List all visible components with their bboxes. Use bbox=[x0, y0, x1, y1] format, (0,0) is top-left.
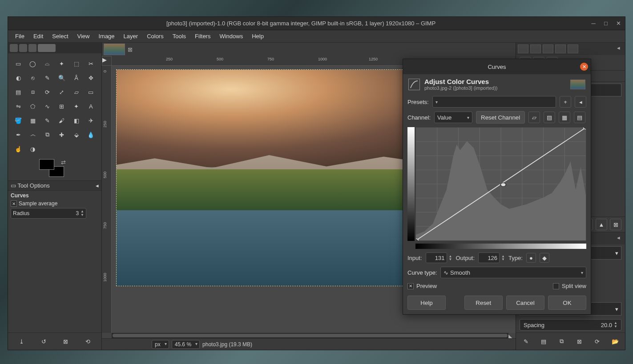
horizontal-scrollbar[interactable] bbox=[112, 333, 508, 338]
measure-tool[interactable]: Å bbox=[71, 72, 82, 84]
duplicate-brush-icon[interactable]: ⧉ bbox=[556, 336, 567, 347]
align-tool[interactable]: ▤ bbox=[12, 86, 24, 98]
paths-tab-icon[interactable] bbox=[543, 44, 553, 53]
handle-transform-tool[interactable]: ✦ bbox=[71, 100, 82, 112]
scale-tool[interactable]: ⤢ bbox=[56, 86, 68, 98]
delete-brush-icon[interactable]: ⊠ bbox=[574, 336, 585, 347]
input-down[interactable]: ▼ bbox=[449, 258, 452, 261]
shear-tool[interactable]: ▱ bbox=[71, 86, 82, 98]
document-tab-close-icon[interactable]: ⊠ bbox=[127, 46, 133, 52]
ruler-origin[interactable]: ▶ bbox=[102, 56, 112, 66]
clone-tool[interactable]: ⧉ bbox=[41, 129, 53, 140]
color-swatch[interactable]: ⇄ bbox=[39, 159, 66, 179]
document-tab[interactable] bbox=[104, 44, 125, 55]
curve-type-select[interactable]: ∿ Smooth bbox=[440, 267, 586, 278]
menu-filters[interactable]: Filters bbox=[190, 31, 215, 41]
ok-button[interactable]: OK bbox=[548, 296, 586, 310]
foreground-color[interactable] bbox=[39, 159, 54, 170]
menu-select[interactable]: Select bbox=[48, 31, 73, 41]
heal-tool[interactable]: ✚ bbox=[56, 129, 68, 140]
free-select-tool[interactable]: ⌓ bbox=[41, 58, 53, 69]
perspective-clone-tool[interactable]: ⬙ bbox=[71, 129, 82, 140]
layers-tab-icon[interactable] bbox=[518, 44, 528, 53]
refresh-brush-icon[interactable]: ⟳ bbox=[592, 336, 603, 347]
scissors-tool[interactable]: ✂ bbox=[85, 58, 97, 69]
split-view-checkbox[interactable] bbox=[553, 283, 559, 289]
menu-tools[interactable]: Tools bbox=[168, 31, 190, 41]
add-preset-icon[interactable]: + bbox=[560, 96, 571, 108]
airbrush-tool[interactable]: ✈ bbox=[85, 115, 97, 126]
preview-checkbox[interactable]: ✕ bbox=[407, 283, 414, 289]
point-type-corner[interactable]: ◆ bbox=[540, 253, 549, 263]
histogram-icon[interactable]: ▦ bbox=[559, 112, 570, 123]
reset-button[interactable]: Reset bbox=[464, 296, 503, 310]
move-tool[interactable]: ✥ bbox=[85, 72, 97, 84]
histogram2-icon[interactable]: ▤ bbox=[574, 112, 585, 123]
output-value[interactable]: 126 bbox=[478, 252, 500, 263]
minimize-button[interactable]: ─ bbox=[590, 20, 597, 27]
menu-image[interactable]: Image bbox=[94, 31, 119, 41]
cage-tool[interactable]: ⬠ bbox=[27, 100, 39, 112]
presets-select[interactable] bbox=[432, 96, 556, 108]
curves-dialog-titlebar[interactable]: Curves ✕ bbox=[403, 59, 591, 74]
brush-tab-icon[interactable] bbox=[568, 44, 578, 53]
fuzzy-select-tool[interactable]: ✦ bbox=[56, 58, 68, 69]
foreground-select-tool[interactable]: ◐ bbox=[12, 72, 24, 84]
tool-options-menu-icon[interactable]: ◂ bbox=[96, 182, 99, 189]
mypaint-tool[interactable]: ෴ bbox=[27, 129, 39, 140]
delete-tool-options-icon[interactable]: ⊠ bbox=[60, 336, 72, 347]
color-picker-tool[interactable]: ✎ bbox=[41, 72, 53, 84]
flip-tool[interactable]: ⇋ bbox=[12, 100, 24, 112]
preset-menu-icon[interactable]: ◂ bbox=[575, 96, 586, 108]
eraser-tool[interactable]: ◧ bbox=[71, 115, 82, 126]
reset-channel-button[interactable]: Reset Channel bbox=[476, 111, 525, 124]
radius-spinner[interactable]: Radius 3 ▲▼ bbox=[11, 208, 86, 219]
channels-tab-icon[interactable] bbox=[530, 44, 541, 53]
output-down[interactable]: ▼ bbox=[501, 258, 505, 261]
menu-help[interactable]: Help bbox=[247, 31, 268, 41]
text-tool[interactable]: A bbox=[85, 100, 97, 112]
linear-histogram-icon[interactable]: ▱ bbox=[528, 112, 540, 123]
vertical-ruler[interactable]: 0 250 500 750 1000 bbox=[102, 66, 112, 333]
pencil-tool[interactable]: ✎ bbox=[41, 115, 53, 126]
dodge-tool[interactable]: ◑ bbox=[27, 143, 39, 155]
gradient-tool[interactable]: ▦ bbox=[27, 115, 39, 126]
rect-select-tool[interactable]: ▭ bbox=[12, 58, 24, 69]
blur-tool[interactable]: 💧 bbox=[85, 129, 97, 140]
menu-layer[interactable]: Layer bbox=[119, 31, 143, 41]
cancel-button[interactable]: Cancel bbox=[506, 296, 544, 310]
menu-colors[interactable]: Colors bbox=[142, 31, 168, 41]
maximize-button[interactable]: □ bbox=[603, 20, 609, 27]
menu-windows[interactable]: Windows bbox=[215, 31, 247, 41]
titlebar[interactable]: [photo3] (imported)-1.0 (RGB color 8-bit… bbox=[8, 17, 625, 30]
radius-down[interactable]: ▼ bbox=[81, 213, 84, 217]
save-tool-options-icon[interactable]: ⤓ bbox=[16, 336, 28, 347]
bucket-fill-tool[interactable]: 🪣 bbox=[12, 115, 24, 126]
curve-editor[interactable] bbox=[415, 127, 586, 241]
paths-tool[interactable]: ⎋ bbox=[27, 72, 39, 84]
input-value[interactable]: 131 bbox=[426, 252, 447, 263]
undo-tab-icon[interactable] bbox=[555, 44, 566, 53]
delete-layer-icon[interactable]: ⊠ bbox=[610, 219, 621, 230]
close-button[interactable]: ✕ bbox=[615, 20, 621, 27]
crop-tool[interactable]: ⧈ bbox=[27, 86, 39, 98]
raise-layer-icon[interactable]: ▲ bbox=[596, 219, 607, 230]
channel-select[interactable]: Value bbox=[434, 112, 472, 123]
log-histogram-icon[interactable]: ▨ bbox=[544, 112, 555, 123]
open-brush-icon[interactable]: 📂 bbox=[609, 336, 621, 347]
unified-transform-tool[interactable]: ⊞ bbox=[56, 100, 68, 112]
rotate-tool[interactable]: ⟳ bbox=[41, 86, 53, 98]
by-color-select-tool[interactable]: ⬚ bbox=[71, 58, 82, 69]
new-brush-icon[interactable]: ▤ bbox=[538, 336, 549, 347]
help-button[interactable]: Help bbox=[407, 296, 446, 310]
zoom-select[interactable]: 45.6 % bbox=[172, 340, 200, 349]
reset-tool-options-icon[interactable]: ⟲ bbox=[82, 336, 93, 347]
spacing-spinner[interactable]: Spacing 20.0 ▲▼ bbox=[520, 319, 621, 331]
curves-close-button[interactable]: ✕ bbox=[580, 63, 588, 71]
paintbrush-tool[interactable]: 🖌 bbox=[56, 115, 68, 126]
ink-tool[interactable]: ✒ bbox=[12, 129, 24, 140]
point-type-smooth[interactable]: ● bbox=[526, 253, 536, 263]
brush-dock-menu-icon[interactable]: ◂ bbox=[617, 234, 623, 243]
menu-view[interactable]: View bbox=[73, 31, 94, 41]
menu-file[interactable]: File bbox=[11, 31, 29, 41]
